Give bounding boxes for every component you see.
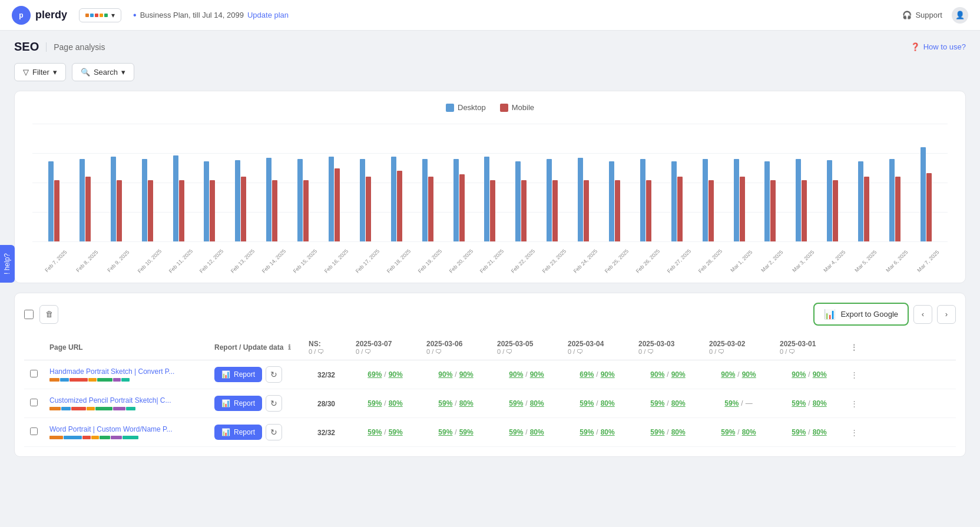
th-date2: 2025-03-06 0 / 🗨	[421, 335, 491, 360]
bar-blue	[515, 161, 521, 241]
report-column-label: Report / Update data	[214, 343, 283, 352]
url-column-label: Page URL	[49, 343, 83, 352]
page-title-area: SEO Page analysis	[14, 40, 105, 54]
x-label: Feb 16, 2025	[323, 248, 349, 274]
bar-red	[615, 180, 620, 241]
page-title-link[interactable]: Word Portrait | Custom Word/Name P...	[49, 425, 203, 433]
bar-blue	[827, 160, 832, 241]
bar-red	[552, 180, 558, 241]
bar-group	[848, 161, 879, 241]
grid-line-bottom	[32, 241, 948, 242]
score-left: 90%	[509, 370, 523, 379]
help-label: ! help?	[3, 253, 11, 274]
table-toolbar-right: 📊 Export to Google ‹ ›	[813, 303, 956, 326]
refresh-button[interactable]: ↻	[266, 395, 282, 412]
app-header: p plerdy ▾ Business Plan, till Jul 14, 2…	[0, 0, 980, 31]
x-label: Feb 23, 2025	[541, 248, 567, 274]
score-right: 90%	[671, 370, 686, 379]
bar-blue	[640, 159, 645, 241]
select-all-checkbox[interactable]	[24, 310, 34, 319]
bars-area	[32, 124, 948, 241]
bar-red	[708, 180, 714, 241]
filter-icon: ▽	[23, 68, 29, 77]
bar-red	[584, 180, 589, 241]
report-button[interactable]: 📊 Report	[214, 425, 262, 440]
score-right: 90%	[389, 370, 403, 379]
report-button[interactable]: 📊 Report	[214, 367, 262, 382]
score-right: 80%	[601, 428, 615, 436]
bar-red	[428, 177, 433, 241]
score-left: 90%	[721, 370, 735, 379]
more-icon[interactable]: ⋮	[850, 370, 858, 379]
score-pair: 59% / 80%	[426, 399, 485, 407]
support-button[interactable]: 🎧 Support	[902, 11, 942, 19]
refresh-button[interactable]: ↻	[266, 366, 282, 383]
x-label: Feb 17, 2025	[355, 248, 380, 274]
dot5	[104, 14, 108, 17]
page-url-cell: Customized Pencil Portrait Sketch| C...	[49, 396, 203, 410]
user-avatar[interactable]: 👤	[952, 7, 968, 24]
bar-blue	[671, 161, 677, 241]
row-checkbox[interactable]	[30, 399, 38, 406]
date6-label: 2025-03-02	[709, 340, 768, 348]
th-date6: 2025-03-02 0 / 🗨	[703, 335, 774, 360]
x-label: Feb 25, 2025	[604, 248, 630, 274]
bar-red	[54, 180, 59, 241]
score-right: 90%	[459, 370, 474, 379]
bar-blue	[266, 158, 272, 241]
prev-page-button[interactable]: ‹	[913, 305, 932, 324]
score-pair: 90% / 90%	[780, 370, 839, 379]
filter-button[interactable]: ▽ Filter ▾	[14, 63, 66, 81]
more-icon[interactable]: ⋮	[850, 428, 858, 437]
delete-button[interactable]: 🗑	[39, 305, 58, 324]
x-label: Feb 21, 2025	[479, 248, 505, 274]
next-page-button[interactable]: ›	[937, 305, 956, 324]
help-button[interactable]: ! help?	[0, 244, 15, 282]
score-pair: 59% / 80%	[568, 428, 627, 436]
bar-blue	[484, 157, 489, 241]
update-plan-link[interactable]: Update plan	[247, 11, 289, 19]
score-right: 80%	[742, 428, 756, 436]
score-left: 90%	[792, 370, 806, 379]
date4-label: 2025-03-04	[568, 340, 627, 348]
x-label: Feb 22, 2025	[510, 248, 536, 274]
page-title-link[interactable]: Handmade Portrait Sketch | Convert P...	[49, 367, 203, 376]
refresh-button[interactable]: ↻	[266, 424, 282, 440]
score-left: 59%	[438, 399, 452, 407]
business-plan-info: Business Plan, till Jul 14, 2099 Update …	[133, 10, 289, 21]
bar-red	[335, 168, 340, 241]
date2-count: 0 / 🗨	[426, 348, 485, 355]
bar-red	[272, 180, 277, 241]
search-button[interactable]: 🔍 Search ▾	[72, 63, 134, 81]
ns-count: 0 / 🗨	[309, 348, 344, 355]
bar-group	[661, 161, 693, 241]
how-to-use-link[interactable]: ❓ How to use?	[911, 42, 966, 51]
x-label: Feb 8, 2025	[74, 248, 100, 274]
bar-group	[38, 161, 69, 241]
bar-blue	[142, 159, 147, 241]
report-button[interactable]: 📊 Report	[214, 396, 262, 411]
more-icon[interactable]: ⋮	[850, 399, 858, 408]
row-checkbox[interactable]	[30, 427, 38, 435]
table-row: Customized Pencil Portrait Sketch| C... …	[24, 389, 956, 418]
mobile-label: Mobile	[512, 103, 534, 112]
bar-red	[802, 180, 807, 241]
row-checkbox[interactable]	[30, 370, 38, 377]
export-to-google-button[interactable]: 📊 Export to Google	[813, 303, 909, 326]
plan-selector[interactable]: ▾	[79, 8, 121, 22]
bar-blue	[391, 157, 396, 241]
logo-icon: p	[12, 6, 31, 25]
x-label: Mar 2, 2025	[759, 248, 785, 274]
th-ns: NS: 0 / 🗨	[303, 335, 350, 360]
th-report: Report / Update data ℹ	[208, 335, 303, 360]
question-icon: ❓	[911, 42, 920, 51]
score-pair: 59% / 80%	[780, 428, 839, 436]
bar-blue	[453, 159, 459, 241]
score-left: 59%	[580, 399, 594, 407]
page-title-link[interactable]: Customized Pencil Portrait Sketch| C...	[49, 396, 203, 405]
report-icon: 📊	[221, 399, 230, 407]
bar-red	[521, 180, 527, 241]
headphones-icon: 🎧	[902, 11, 912, 19]
x-labels: Feb 7, 2025Feb 8, 2025Feb 9, 2025Feb 10,…	[32, 259, 948, 265]
page-url-bar	[49, 378, 203, 382]
